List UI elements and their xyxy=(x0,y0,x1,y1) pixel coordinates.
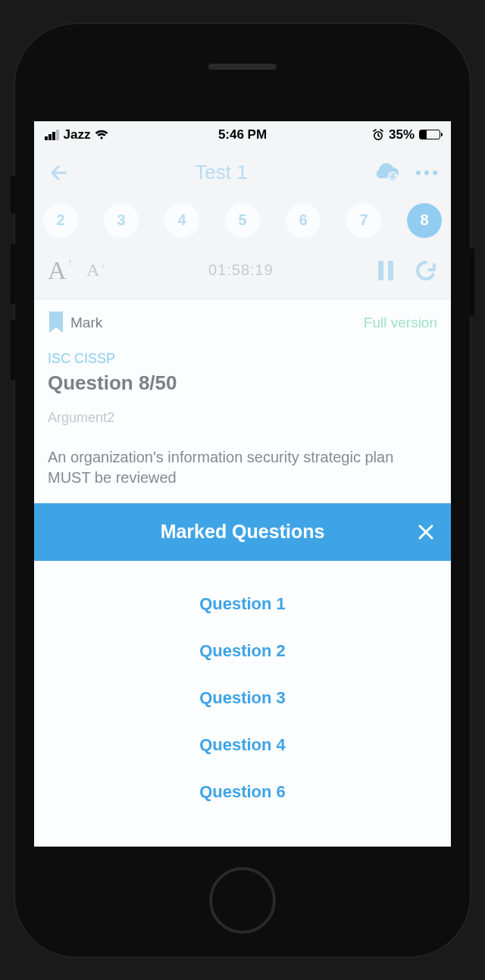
marked-question-item[interactable]: Question 4 xyxy=(34,722,451,769)
marked-question-item[interactable]: Question 6 xyxy=(34,769,451,816)
marked-question-item[interactable]: Question 7 xyxy=(34,816,451,829)
marked-question-item[interactable]: Question 1 xyxy=(34,581,451,628)
marked-questions-list: Question 1Question 2Question 3Question 4… xyxy=(34,561,451,847)
alarm-icon xyxy=(372,129,384,141)
close-icon[interactable] xyxy=(418,524,434,540)
phone-speaker xyxy=(208,64,277,70)
marked-questions-header: Marked Questions xyxy=(34,503,451,561)
toolbar: A↑ A↓ 01:58:19 xyxy=(34,252,451,299)
refresh-icon[interactable] xyxy=(415,259,437,282)
page-title: Test 1 xyxy=(69,161,374,184)
side-button xyxy=(11,176,15,214)
signal-icon xyxy=(45,130,59,140)
full-version-link[interactable]: Full version xyxy=(364,315,437,331)
side-button xyxy=(11,320,15,380)
clock-label: 5:46 PM xyxy=(218,127,267,142)
argument-label: Argument2 xyxy=(48,410,437,426)
question-number-nav: 2345678 xyxy=(34,197,451,252)
pause-icon[interactable] xyxy=(377,259,395,282)
wifi-icon xyxy=(95,130,108,140)
app-screen: Jazz 5:46 PM 35% Test 1 2345678 A↑ A↓ 01… xyxy=(34,121,451,847)
timer-label: 01:58:19 xyxy=(116,261,366,279)
question-stem: An organization's information security s… xyxy=(48,447,437,488)
home-button[interactable] xyxy=(209,867,276,934)
status-bar: Jazz 5:46 PM 35% xyxy=(34,121,451,149)
side-button xyxy=(11,244,15,305)
question-nav-pill[interactable]: 8 xyxy=(407,203,442,238)
phone-frame: Jazz 5:46 PM 35% Test 1 2345678 A↑ A↓ 01… xyxy=(15,24,470,957)
bookmark-icon xyxy=(48,312,64,334)
mark-button[interactable]: Mark xyxy=(48,312,102,334)
battery-icon xyxy=(419,130,440,139)
question-nav-pill[interactable]: 6 xyxy=(286,203,321,238)
question-nav-pill[interactable]: 4 xyxy=(164,203,199,238)
side-button xyxy=(470,248,474,316)
sheet-title: Marked Questions xyxy=(161,521,325,543)
question-nav-pill[interactable]: 3 xyxy=(104,203,139,238)
marked-question-item[interactable]: Question 3 xyxy=(34,675,451,722)
question-counter-label: Question 8/50 xyxy=(48,371,437,395)
question-card: Mark Full version ISC CISSP Question 8/5… xyxy=(34,299,451,503)
back-icon[interactable] xyxy=(48,162,69,183)
font-decrease-button[interactable]: A↓ xyxy=(83,260,105,280)
marked-question-item[interactable]: Question 2 xyxy=(34,628,451,675)
exam-code-label: ISC CISSP xyxy=(48,351,437,367)
battery-pct-label: 35% xyxy=(389,127,415,142)
svg-rect-2 xyxy=(378,261,383,280)
carrier-label: Jazz xyxy=(64,127,91,142)
font-increase-button[interactable]: A↑ xyxy=(48,256,73,285)
svg-rect-3 xyxy=(388,261,393,280)
nav-bar: Test 1 xyxy=(34,149,451,197)
more-icon[interactable] xyxy=(416,171,437,175)
mark-label: Mark xyxy=(70,315,102,331)
question-nav-pill[interactable]: 2 xyxy=(43,203,78,238)
question-nav-pill[interactable]: 5 xyxy=(225,203,260,238)
question-nav-pill[interactable]: 7 xyxy=(346,203,381,238)
cloud-sync-icon[interactable] xyxy=(374,163,399,183)
